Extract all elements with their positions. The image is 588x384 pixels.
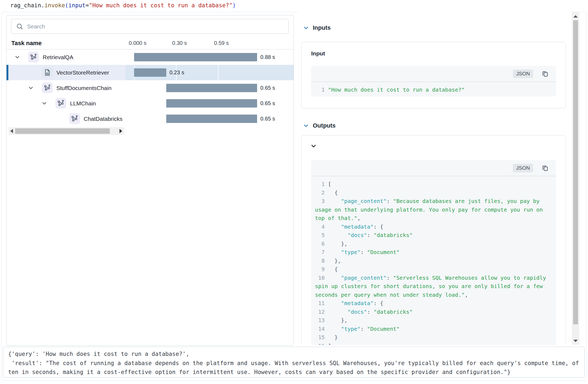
json-line: 1[ — [315, 180, 552, 189]
axis-tick-1: 0.30 s — [172, 37, 187, 49]
copy-icon[interactable] — [542, 70, 549, 77]
json-line: 16] — [315, 342, 552, 345]
chain-icon — [43, 84, 51, 92]
output-card: JSON 1[2 {3 "page_content": "Because dat… — [301, 135, 566, 345]
line-number: 14 — [315, 325, 325, 333]
line-number: 2 — [315, 189, 325, 197]
output-code-block: JSON 1[2 {3 "page_content": "Because dat… — [311, 160, 556, 345]
task-row-LLMChain[interactable]: LLMChain0.65 s — [6, 96, 294, 111]
task-name: ChatDatabricks — [84, 111, 126, 126]
input-code-content: 1"How much does it cost to run a databas… — [311, 82, 556, 96]
duration-label: 0.23 s — [170, 65, 184, 80]
line-number: 1 — [315, 86, 325, 94]
line-number: 12 — [315, 308, 325, 316]
line-number: 7 — [315, 248, 325, 257]
document-icon-badge — [42, 67, 53, 78]
search-input[interactable] — [26, 23, 288, 30]
scroll-down-arrow-icon[interactable] — [572, 337, 579, 344]
input-value: "How much does it cost to run a database… — [328, 86, 465, 93]
invocation-code: rag_chain.invoke(input="How much does it… — [10, 2, 236, 9]
scroll-right-arrow-icon[interactable] — [118, 127, 124, 135]
outputs-section-header[interactable]: Outputs — [303, 122, 335, 129]
task-name: LLMChain — [70, 96, 125, 111]
json-line: 13 }, — [315, 316, 552, 325]
search-icon — [16, 23, 23, 30]
duration-label: 0.65 s — [260, 96, 275, 111]
result-output-box: {'query': 'How much does it cost to run … — [3, 347, 585, 378]
inputs-section-title: Inputs — [313, 24, 331, 31]
task-row-ChatDatabricks[interactable]: ChatDatabricks0.65 s — [6, 111, 294, 126]
vertical-scrollbar-thumb[interactable] — [573, 20, 578, 324]
timeline-gridline — [218, 65, 218, 80]
vertical-scrollbar[interactable] — [572, 12, 579, 345]
task-name: StuffDocumentsChain — [57, 80, 126, 96]
json-line: 14 "type": "Document" — [315, 325, 552, 333]
output-code-toolbar: JSON — [311, 160, 556, 176]
horizontal-scrollbar-thumb[interactable] — [15, 128, 110, 134]
chain-icon — [71, 115, 79, 123]
json-line: 7 "type": "Document" — [315, 248, 552, 257]
task-name: VectorStoreRetriever — [57, 65, 126, 80]
duration-bar — [166, 99, 257, 108]
input-field-label: Input — [311, 50, 325, 57]
input-code-toolbar: JSON — [311, 66, 556, 82]
line-number: 15 — [315, 333, 325, 342]
json-line: 9 { — [315, 265, 552, 274]
details-panel: Inputs Input JSON 1"How much does it cos… — [297, 12, 571, 345]
selected-row-accent — [6, 65, 8, 80]
chain-icon-badge — [42, 82, 53, 93]
json-format-badge: JSON — [513, 164, 533, 172]
line-number: 8 — [315, 257, 325, 265]
duration-label: 0.88 s — [260, 49, 275, 65]
task-name-column-header: Task name — [11, 37, 42, 49]
chevron-down-icon[interactable] — [28, 85, 34, 91]
chevron-down-icon — [303, 25, 309, 31]
task-name: RetrievalQA — [43, 49, 125, 65]
inputs-section-header[interactable]: Inputs — [303, 24, 331, 31]
json-line: 5 "docs": "databricks" — [315, 231, 552, 240]
result-query-line: {'query': 'How much does it cost to run … — [8, 350, 580, 359]
duration-label: 0.65 s — [260, 80, 275, 96]
json-line: 3 "page_content": "Because databases are… — [315, 197, 552, 223]
line-number: 16 — [315, 342, 325, 345]
line-number: 1 — [315, 180, 325, 189]
chevron-down-icon — [303, 123, 309, 128]
json-line: 11 "metadata": { — [315, 299, 552, 308]
task-row-RetrievalQA[interactable]: RetrievalQA0.88 s — [6, 49, 294, 65]
horizontal-scrollbar[interactable] — [9, 127, 124, 135]
duration-bar — [134, 68, 166, 77]
chevron-down-icon[interactable] — [15, 54, 20, 60]
duration-bar — [166, 84, 257, 92]
duration-bar — [134, 53, 257, 61]
chain-icon-badge — [28, 52, 39, 62]
line-number: 13 — [315, 316, 325, 325]
json-line: 10 "page_content": "Serverless SQL Wareh… — [315, 274, 552, 299]
task-row-StuffDocumentsChain[interactable]: StuffDocumentsChain0.65 s — [6, 80, 294, 96]
output-code-content: 1[2 {3 "page_content": "Because database… — [311, 176, 556, 345]
json-line: 6 }, — [315, 240, 552, 248]
task-row-VectorStoreRetriever[interactable]: VectorStoreRetriever0.23 s — [6, 65, 294, 80]
json-format-badge: JSON — [513, 69, 533, 78]
line-number: 11 — [315, 299, 325, 308]
input-card: Input JSON 1"How much does it cost to ru… — [301, 42, 566, 108]
chain-icon — [29, 53, 38, 61]
json-line: 12 "docs": "databricks" — [315, 308, 552, 316]
scroll-left-arrow-icon[interactable] — [9, 127, 15, 135]
duration-label: 0.65 s — [260, 111, 275, 126]
json-line: 4 "metadata": { — [315, 223, 552, 231]
duration-bar — [166, 115, 257, 123]
chevron-down-icon[interactable] — [42, 101, 47, 106]
chain-icon-badge — [55, 98, 66, 109]
json-line: 2 { — [315, 189, 552, 197]
outputs-section-title: Outputs — [313, 122, 335, 129]
scroll-up-arrow-icon[interactable] — [572, 13, 579, 20]
collapse-chevron-down-icon[interactable] — [311, 143, 317, 149]
chain-icon-badge — [69, 113, 80, 124]
json-line: 8 }, — [315, 257, 552, 265]
result-answer-line: 'result': "The cost of running a databas… — [8, 359, 580, 377]
input-code-block: JSON 1"How much does it cost to run a da… — [311, 66, 556, 96]
task-rows: RetrievalQA0.88 sVectorStoreRetriever0.2… — [6, 49, 294, 126]
chain-icon — [57, 99, 65, 107]
copy-icon[interactable] — [542, 164, 549, 172]
document-icon — [43, 68, 51, 76]
